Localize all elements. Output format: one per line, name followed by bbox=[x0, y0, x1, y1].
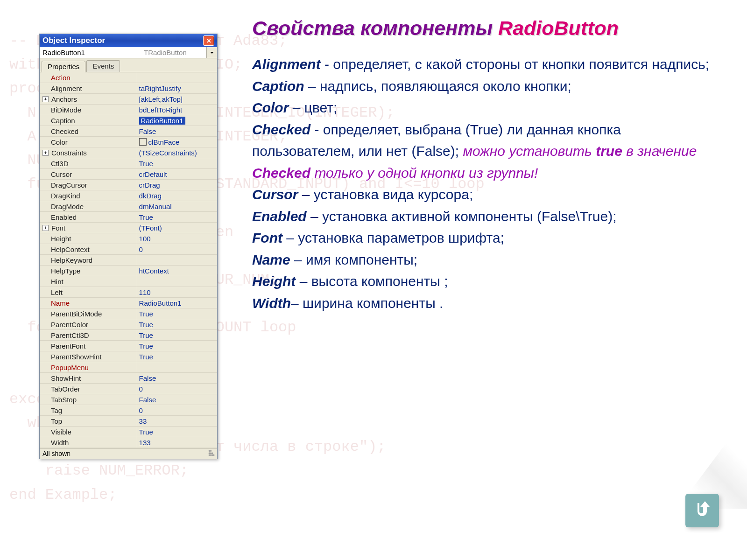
property-row[interactable]: Height100 bbox=[40, 233, 217, 244]
property-row[interactable]: CaptionRadioButton1 bbox=[40, 115, 217, 126]
property-row[interactable]: Ctl3DTrue bbox=[40, 158, 217, 169]
property-row[interactable]: TabOrder0 bbox=[40, 384, 217, 394]
property-value[interactable]: True bbox=[137, 158, 217, 168]
tab-properties[interactable]: Properties bbox=[42, 61, 85, 72]
property-row[interactable]: +Anchors[akLeft,akTop] bbox=[40, 94, 217, 105]
property-row[interactable]: TabStopFalse bbox=[40, 394, 217, 405]
return-button[interactable] bbox=[685, 494, 719, 527]
property-row[interactable]: Top33 bbox=[40, 416, 217, 427]
property-value[interactable]: taRightJustify bbox=[137, 83, 217, 93]
property-name: Alignment bbox=[40, 83, 137, 93]
property-row[interactable]: AlignmenttaRightJustify bbox=[40, 83, 217, 94]
property-value[interactable]: 110 bbox=[137, 287, 217, 297]
property-name: Name bbox=[40, 298, 137, 308]
property-row[interactable]: +Constraints(TSizeConstraints) bbox=[40, 147, 217, 158]
property-row[interactable]: Width133 bbox=[40, 437, 217, 448]
property-row[interactable]: DragModedmManual bbox=[40, 201, 217, 212]
property-row[interactable]: CursorcrDefault bbox=[40, 169, 217, 180]
property-value[interactable]: 33 bbox=[137, 416, 217, 426]
property-value[interactable]: True bbox=[137, 319, 217, 329]
property-row[interactable]: Action bbox=[40, 72, 217, 83]
property-row[interactable]: ParentColorTrue bbox=[40, 319, 217, 330]
property-row[interactable]: PopupMenu bbox=[40, 362, 217, 373]
property-value[interactable]: htContext bbox=[137, 266, 217, 276]
expand-icon[interactable]: + bbox=[42, 225, 49, 231]
property-row[interactable]: DragKinddkDrag bbox=[40, 190, 217, 201]
property-row[interactable]: CheckedFalse bbox=[40, 126, 217, 137]
property-row[interactable]: HelpContext0 bbox=[40, 244, 217, 255]
property-value[interactable]: (TFont) bbox=[137, 223, 217, 233]
property-name: Height bbox=[40, 233, 137, 244]
instance-name: RadioButton1 bbox=[40, 47, 143, 58]
property-row[interactable]: Left110 bbox=[40, 287, 217, 298]
component-selector[interactable]: RadioButton1 TRadioButton bbox=[40, 47, 217, 58]
property-value[interactable]: crDrag bbox=[137, 180, 217, 190]
property-row[interactable]: BiDiModebdLeftToRight bbox=[40, 105, 217, 115]
property-value[interactable]: True bbox=[137, 427, 217, 437]
property-value[interactable]: False bbox=[137, 394, 217, 405]
property-row[interactable]: +Font(TFont) bbox=[40, 223, 217, 233]
property-name: HelpContext bbox=[40, 244, 137, 254]
class-name: TRadioButton bbox=[143, 47, 206, 58]
property-value[interactable] bbox=[137, 276, 217, 287]
property-value[interactable]: True bbox=[137, 212, 217, 222]
property-row[interactable]: HelpTypehtContext bbox=[40, 266, 217, 276]
property-row[interactable]: ColorclBtnFace bbox=[40, 137, 217, 147]
property-value[interactable]: 100 bbox=[137, 233, 217, 244]
property-name: +Constraints bbox=[40, 147, 137, 158]
property-name: ShowHint bbox=[40, 373, 137, 383]
property-row[interactable]: EnabledTrue bbox=[40, 212, 217, 223]
property-value[interactable]: 0 bbox=[137, 405, 217, 415]
property-row[interactable]: DragCursorcrDrag bbox=[40, 180, 217, 190]
heading-component: RadioButton bbox=[498, 17, 619, 39]
chevron-down-icon bbox=[210, 50, 214, 55]
property-name: TabStop bbox=[40, 394, 137, 405]
property-value[interactable] bbox=[137, 362, 217, 372]
property-row[interactable]: NameRadioButton1 bbox=[40, 298, 217, 308]
property-row[interactable]: ParentFontTrue bbox=[40, 341, 217, 351]
property-name: PopupMenu bbox=[40, 362, 137, 372]
property-value[interactable]: RadioButton1 bbox=[137, 298, 217, 308]
property-value[interactable]: crDefault bbox=[137, 169, 217, 179]
dropdown-button[interactable] bbox=[206, 47, 217, 58]
property-row[interactable]: HelpKeyword bbox=[40, 255, 217, 266]
property-name: Width bbox=[40, 437, 137, 448]
property-row[interactable]: ParentShowHintTrue bbox=[40, 351, 217, 362]
property-value[interactable]: bdLeftToRight bbox=[137, 105, 217, 115]
property-value[interactable]: (TSizeConstraints) bbox=[137, 147, 217, 158]
titlebar[interactable]: Object Inspector ✕ bbox=[40, 34, 217, 47]
property-value[interactable]: True bbox=[137, 341, 217, 351]
expand-icon[interactable]: + bbox=[42, 150, 49, 156]
property-value[interactable]: dkDrag bbox=[137, 190, 217, 201]
property-value[interactable]: True bbox=[137, 308, 217, 319]
property-value[interactable]: dmManual bbox=[137, 201, 217, 211]
property-value[interactable]: 133 bbox=[137, 437, 217, 448]
property-row[interactable]: ShowHintFalse bbox=[40, 373, 217, 384]
heading-prefix: Свойства компоненты bbox=[252, 17, 498, 39]
property-value[interactable]: True bbox=[137, 330, 217, 340]
property-name: BiDiMode bbox=[40, 105, 137, 115]
property-value[interactable]: RadioButton1 bbox=[137, 115, 217, 126]
property-name: ParentBiDiMode bbox=[40, 308, 137, 319]
resize-grip[interactable]: ••••••••• bbox=[208, 450, 214, 457]
property-value[interactable]: False bbox=[137, 126, 217, 136]
property-value[interactable]: False bbox=[137, 373, 217, 383]
property-value[interactable]: [akLeft,akTop] bbox=[137, 94, 217, 104]
property-row[interactable]: ParentCtl3DTrue bbox=[40, 330, 217, 341]
property-value[interactable]: True bbox=[137, 351, 217, 362]
property-name: ParentFont bbox=[40, 341, 137, 351]
property-row[interactable]: Hint bbox=[40, 276, 217, 287]
property-name: TabOrder bbox=[40, 384, 137, 394]
property-row[interactable]: ParentBiDiModeTrue bbox=[40, 308, 217, 319]
property-row[interactable]: Tag0 bbox=[40, 405, 217, 416]
property-value[interactable]: clBtnFace bbox=[137, 137, 217, 147]
property-name: HelpKeyword bbox=[40, 255, 137, 265]
close-button[interactable]: ✕ bbox=[203, 35, 214, 46]
property-value[interactable] bbox=[137, 255, 217, 265]
tab-events[interactable]: Events bbox=[86, 60, 120, 72]
property-row[interactable]: VisibleTrue bbox=[40, 427, 217, 437]
property-value[interactable]: 0 bbox=[137, 384, 217, 394]
property-value[interactable]: 0 bbox=[137, 244, 217, 254]
property-value[interactable] bbox=[137, 72, 217, 83]
expand-icon[interactable]: + bbox=[42, 96, 49, 102]
